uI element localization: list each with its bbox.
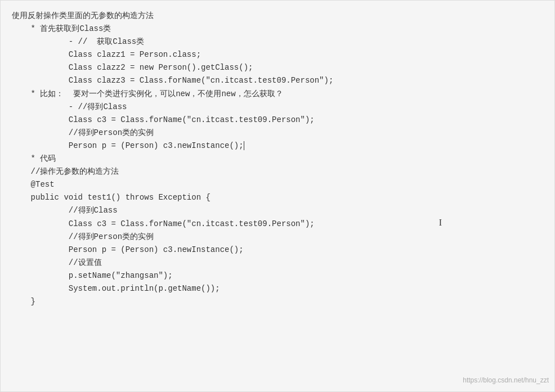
- watermark: https://blog.csdn.net/hnu_zzt: [463, 375, 549, 386]
- code-line: Person p = (Person) c3.newInstance();: [12, 244, 543, 256]
- code-line: @Test: [12, 178, 543, 191]
- code-line: - //得到Class: [12, 101, 543, 114]
- code-line: 使用反射操作类里面的无参数的构造方法: [12, 10, 543, 22]
- code-line: }: [12, 295, 543, 308]
- code-line: - // 获取Class类: [12, 35, 543, 48]
- code-line: p.setName("zhangsan");: [12, 269, 543, 282]
- code-line: * 代码: [12, 152, 543, 165]
- code-line: //得到Person类的实例: [12, 231, 543, 244]
- code-line: Class c3 = Class.forName("cn.itcast.test…: [12, 114, 543, 127]
- code-line: Class clazz2 = new Person().getClass();: [12, 61, 543, 74]
- code-line: public void test1() throws Exception {: [12, 191, 543, 204]
- code-line: * 比如： 要对一个类进行实例化，可以new，不使用new，怎么获取？: [12, 88, 543, 101]
- code-container: 使用反射操作类里面的无参数的构造方法 * 首先获取到Class类 - // 获取…: [0, 0, 555, 392]
- code-line: //设置值: [12, 256, 543, 269]
- code-line: //操作无参数的构造方法: [12, 165, 543, 178]
- code-line: Class clazz1 = Person.class;: [12, 48, 543, 61]
- code-line: Class c3 = Class.forName("cn.itcast.test…: [12, 218, 543, 231]
- code-line: * 首先获取到Class类: [12, 22, 543, 35]
- code-line: //得到Class: [12, 204, 543, 217]
- i-beam-cursor: I: [439, 215, 442, 230]
- code-line: Person p = (Person) c3.newInstance();: [12, 139, 543, 152]
- code-line: Class clazz3 = Class.forName("cn.itcast.…: [12, 74, 543, 87]
- code-line: //得到Person类的实例: [12, 127, 543, 139]
- code-block: 使用反射操作类里面的无参数的构造方法 * 首先获取到Class类 - // 获取…: [12, 10, 543, 308]
- code-line: System.out.println(p.getName());: [12, 282, 543, 295]
